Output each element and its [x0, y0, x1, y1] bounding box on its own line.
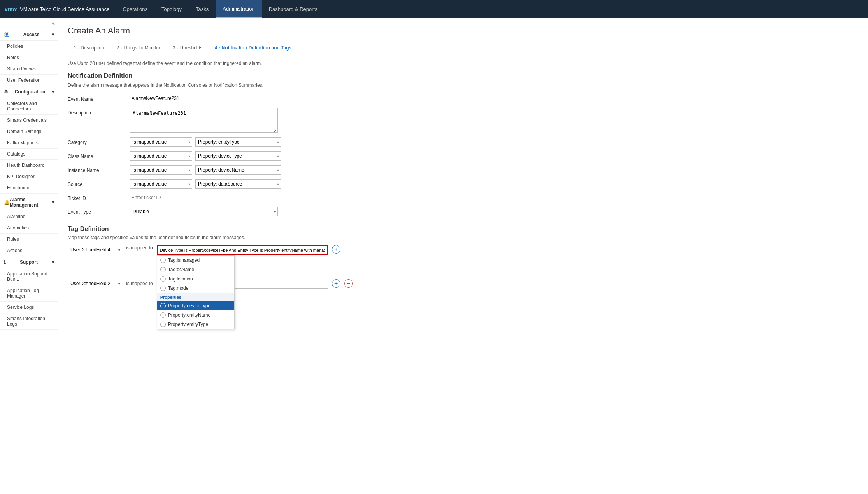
notification-section-title: Notification Definition — [68, 72, 859, 79]
tab-description[interactable]: 1 - Description — [68, 42, 110, 54]
event-type-select[interactable]: Durable — [130, 207, 278, 216]
vmw-logo: vmw — [5, 6, 17, 12]
tab-thresholds[interactable]: 3 - Thresholds — [167, 42, 209, 54]
tag-field-select-1[interactable]: UserDefinedField 4 — [68, 245, 122, 254]
tag-row-1: UserDefinedField 4 is mapped to i Tag:is… — [68, 245, 859, 255]
sidebar-section-access-header[interactable]: 👤 Access ▾ — [0, 28, 58, 41]
classname-property-select[interactable]: Property: deviceType — [195, 151, 281, 161]
dropdown-group-properties: Properties — [157, 293, 234, 301]
access-label: Access — [23, 32, 39, 37]
nav-operations[interactable]: Operations — [116, 0, 154, 18]
remove-tag-btn-2[interactable]: − — [344, 279, 353, 288]
sidebar-section-support-header[interactable]: ℹ Support ▾ — [0, 256, 58, 268]
sidebar-item-app-support[interactable]: Application Support Bun... — [0, 268, 58, 285]
instancename-select[interactable]: is mapped value — [130, 165, 192, 175]
tag-dropdown-item-entityname[interactable]: i Property:entityName — [157, 310, 234, 320]
ticket-id-row: Ticket ID — [68, 193, 859, 202]
category-property-select[interactable]: Property: entityType — [195, 137, 281, 147]
sidebar-item-shared-views[interactable]: Shared Views — [0, 63, 58, 75]
classname-control: is mapped value Property: deviceType — [130, 151, 859, 161]
description-textarea[interactable]: AlarmsNewFeature231 — [130, 108, 278, 133]
tab-notification[interactable]: 4 - Notification Definition and Tags — [209, 42, 298, 54]
classname-select[interactable]: is mapped value — [130, 151, 192, 161]
sidebar-item-smarts-cred[interactable]: Smarts Credentials — [0, 115, 58, 126]
sidebar-item-user-federation[interactable]: User Federation — [0, 75, 58, 86]
category-control: is mapped value Property: entityType — [130, 137, 859, 147]
tag-dropdown-item-ismanaged[interactable]: i Tag:ismanaged — [157, 256, 234, 265]
sidebar-item-collectors[interactable]: Collectors and Connectors — [0, 98, 58, 115]
sidebar-item-anomalies[interactable]: Anomalies — [0, 222, 58, 234]
configuration-label: Configuration — [15, 89, 46, 95]
sidebar-item-actions[interactable]: Actions — [0, 245, 58, 256]
tag-definition-title: Tag Definition — [68, 226, 859, 233]
app-name: VMware Telco Cloud Service Assurance — [20, 6, 109, 12]
info-icon-devicetype: i — [160, 303, 166, 308]
sidebar-item-catalogs[interactable]: Catalogs — [0, 149, 58, 160]
tag-dropdown-item-devicetype[interactable]: i Property:deviceType — [157, 301, 234, 310]
tab-things[interactable]: 2 - Things To Monitor — [110, 42, 166, 54]
event-name-input[interactable] — [130, 94, 278, 103]
category-select-wrapper: is mapped value — [130, 137, 192, 147]
sidebar-item-kpi[interactable]: KPI Designer — [0, 171, 58, 182]
sidebar-item-app-log[interactable]: Application Log Manager — [0, 285, 58, 302]
chevron-down-icon-3: ▾ — [52, 200, 54, 205]
info-icon-entitytype: i — [160, 322, 166, 327]
category-property-wrapper: Property: entityType — [195, 137, 281, 147]
event-type-select-wrapper: Durable — [130, 207, 278, 216]
ticket-id-label: Ticket ID — [68, 193, 130, 201]
tag-field-select-wrapper-1: UserDefinedField 4 — [68, 245, 122, 254]
description-row: Description AlarmsNewFeature231 — [68, 108, 859, 133]
nav-administration[interactable]: Administration — [216, 0, 261, 18]
nav-topology[interactable]: Topology — [154, 0, 189, 18]
nav-dashboard[interactable]: Dashboard & Reports — [262, 0, 324, 18]
sidebar-item-health[interactable]: Health Dashboard — [0, 160, 58, 171]
event-type-row: Event Type Durable — [68, 207, 859, 216]
sidebar-item-smarts-integration[interactable]: Smarts Integration Logs — [0, 313, 58, 330]
sidebar-item-alarming[interactable]: Alarming — [0, 211, 58, 222]
main-content: Create An Alarm 1 - Description 2 - Thin… — [58, 18, 868, 494]
source-property-select[interactable]: Property: dataSource — [195, 179, 281, 189]
sidebar-section-alarms-header[interactable]: 🔔 Alarms Management ▾ — [0, 194, 58, 211]
tag-dropdown-item-location[interactable]: i Tag:location — [157, 274, 234, 284]
sidebar-item-enrichment[interactable]: Enrichment — [0, 182, 58, 194]
add-tag-btn-1[interactable]: + — [332, 245, 340, 254]
alarms-label: Alarms Management — [10, 197, 52, 208]
category-select[interactable]: is mapped value — [130, 137, 192, 147]
instancename-property-select[interactable]: Property: deviceName — [195, 165, 281, 175]
tags-description: Use Up to 20 user defined tags that defi… — [68, 61, 859, 66]
source-row: Source is mapped value Property: dataSou… — [68, 179, 859, 189]
tag-dropdown-label-entitytype: Property:entityType — [168, 322, 208, 327]
sidebar-collapse-btn[interactable]: « — [0, 18, 58, 28]
sidebar-item-service-logs[interactable]: Service Logs — [0, 302, 58, 313]
info-icon-dcname: i — [160, 267, 166, 272]
access-icon: 👤 — [4, 32, 11, 37]
sidebar-item-roles[interactable]: Roles — [0, 52, 58, 63]
info-icon-location: i — [160, 276, 166, 282]
tag-dropdown-label-ismanaged: Tag:ismanaged — [168, 258, 200, 263]
source-property-wrapper: Property: dataSource — [195, 179, 281, 189]
instancename-select-wrapper: is mapped value — [130, 165, 192, 175]
sidebar-item-rules[interactable]: Rules — [0, 234, 58, 245]
source-select[interactable]: is mapped value — [130, 179, 192, 189]
sidebar-section-configuration-header[interactable]: ⚙ Configuration ▾ — [0, 86, 58, 98]
instancename-property-wrapper: Property: deviceName — [195, 165, 281, 175]
notification-section-desc: Define the alarm message that appears in… — [68, 82, 859, 88]
ticket-id-input[interactable] — [130, 193, 278, 202]
tag-field-select-2[interactable]: UserDefinedField 2 — [68, 279, 122, 288]
chevron-down-icon-2: ▾ — [52, 89, 54, 95]
sidebar-section-configuration: ⚙ Configuration ▾ Collectors and Connect… — [0, 86, 58, 194]
tag-value-input-1[interactable] — [157, 245, 328, 255]
tag-dropdown-item-entitytype[interactable]: i Property:entityType — [157, 320, 234, 329]
sidebar-item-policies[interactable]: Policies — [0, 41, 58, 52]
tag-dropdown-item-dcname[interactable]: i Tag:dcName — [157, 265, 234, 274]
tag-dropdown-item-model[interactable]: i Tag:model — [157, 284, 234, 293]
event-name-control — [130, 94, 859, 103]
nav-tasks[interactable]: Tasks — [189, 0, 216, 18]
add-tag-btn-2[interactable]: + — [332, 279, 340, 288]
classname-label: Class Name — [68, 151, 130, 159]
category-row: Category is mapped value Property: entit… — [68, 137, 859, 147]
source-select-wrapper: is mapped value — [130, 179, 192, 189]
sidebar-item-kafka[interactable]: Kafka Mappers — [0, 137, 58, 149]
description-label: Description — [68, 108, 130, 116]
sidebar-item-domain[interactable]: Domain Settings — [0, 126, 58, 137]
